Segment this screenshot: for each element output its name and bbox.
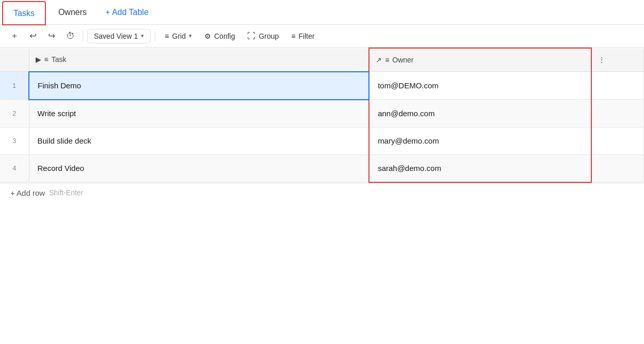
add-table-label: + Add Table bbox=[105, 8, 149, 17]
tab-owners-label: Owners bbox=[58, 8, 87, 17]
table-row[interactable]: 1Finish Demotom@DEMO.com bbox=[0, 72, 644, 100]
task-col-arrow-icon: ▶ bbox=[36, 55, 41, 64]
task-cell[interactable]: Write script bbox=[29, 100, 369, 128]
row-num-cell: 1 bbox=[0, 72, 29, 100]
task-col-list-icon: ≡ bbox=[44, 55, 49, 64]
config-icon: ⚙ bbox=[204, 32, 211, 40]
row-num-cell: 3 bbox=[0, 127, 29, 154]
redo-button[interactable]: ↪ bbox=[43, 28, 60, 44]
tab-bar: Tasks Owners + Add Table bbox=[0, 0, 644, 25]
task-cell[interactable]: Build slide deck bbox=[29, 127, 369, 154]
extra-column-header[interactable]: ⋮ bbox=[591, 48, 643, 72]
config-label: Config bbox=[214, 32, 235, 40]
undo-icon: ↩ bbox=[29, 30, 37, 41]
data-table: ▶ ≡ Task ↗ ≡ Owner ⋮ bbox=[0, 48, 644, 183]
add-row-area[interactable]: + Add row Shift-Enter bbox=[0, 183, 644, 202]
undo-button[interactable]: ↩ bbox=[25, 28, 41, 44]
table-body: 1Finish Demotom@DEMO.com2Write scriptann… bbox=[0, 72, 644, 182]
group-icon: ⛶ bbox=[247, 32, 255, 41]
filter-button[interactable]: ≡ Filter bbox=[286, 29, 319, 43]
owner-cell: ann@demo.com bbox=[369, 100, 591, 128]
task-col-label: Task bbox=[52, 55, 67, 64]
toolbar-separator-2 bbox=[155, 31, 155, 41]
owner-cell: tom@DEMO.com bbox=[369, 72, 591, 100]
row-num-cell: 4 bbox=[0, 154, 29, 182]
table-header-row: ▶ ≡ Task ↗ ≡ Owner ⋮ bbox=[0, 48, 644, 72]
redo-icon: ↪ bbox=[48, 30, 55, 41]
table-row[interactable]: 2Write scriptann@demo.com bbox=[0, 100, 644, 128]
table-row[interactable]: 3Build slide deckmary@demo.com bbox=[0, 127, 644, 154]
owner-cell: sarah@demo.com bbox=[369, 154, 591, 182]
task-cell[interactable]: Finish Demo bbox=[29, 72, 369, 100]
grid-chevron: ▾ bbox=[189, 33, 192, 39]
tab-owners[interactable]: Owners bbox=[48, 0, 97, 24]
owner-col-sort-icon: ↗ bbox=[376, 56, 382, 64]
row-num-header bbox=[0, 48, 29, 72]
grid-label: Grid bbox=[172, 32, 186, 40]
filter-icon: ≡ bbox=[291, 32, 295, 40]
saved-view-chevron: ▾ bbox=[141, 33, 144, 39]
owner-col-list-icon: ≡ bbox=[385, 56, 389, 64]
grid-icon: ≡ bbox=[165, 32, 169, 40]
filter-label: Filter bbox=[299, 32, 315, 40]
extra-cell bbox=[591, 154, 643, 182]
group-button[interactable]: ⛶ Group bbox=[242, 29, 284, 43]
extra-cell bbox=[591, 100, 643, 128]
add-row-hint: Shift-Enter bbox=[49, 189, 83, 197]
saved-view-label: Saved View 1 bbox=[94, 32, 138, 40]
history-icon: ⏱ bbox=[66, 31, 75, 41]
task-cell[interactable]: Record Video bbox=[29, 154, 369, 182]
extra-cell bbox=[591, 127, 643, 154]
add-row-label: + Add row bbox=[10, 189, 45, 197]
row-num-cell: 2 bbox=[0, 100, 29, 128]
owner-column-header[interactable]: ↗ ≡ Owner bbox=[369, 48, 591, 72]
grid-container: ▶ ≡ Task ↗ ≡ Owner ⋮ bbox=[0, 48, 644, 183]
add-table-button[interactable]: + Add Table bbox=[97, 8, 157, 17]
owner-col-label: Owner bbox=[392, 56, 413, 64]
toolbar: + ↩ ↪ ⏱ Saved View 1 ▾ ≡ Grid ▾ ⚙ Config… bbox=[0, 25, 644, 48]
saved-view-button[interactable]: Saved View 1 ▾ bbox=[87, 29, 151, 43]
tab-tasks[interactable]: Tasks bbox=[2, 1, 46, 25]
extra-col-icon: ⋮ bbox=[598, 56, 605, 64]
tab-tasks-label: Tasks bbox=[13, 9, 35, 18]
task-column-header[interactable]: ▶ ≡ Task bbox=[29, 48, 369, 72]
group-label: Group bbox=[259, 32, 279, 40]
add-icon: + bbox=[12, 31, 17, 41]
grid-button[interactable]: ≡ Grid ▾ bbox=[159, 29, 197, 43]
toolbar-separator bbox=[83, 31, 83, 41]
owner-cell: mary@demo.com bbox=[369, 127, 591, 154]
config-button[interactable]: ⚙ Config bbox=[199, 29, 240, 43]
add-button[interactable]: + bbox=[6, 28, 23, 44]
extra-cell bbox=[591, 72, 643, 100]
history-button[interactable]: ⏱ bbox=[62, 28, 78, 44]
table-row[interactable]: 4Record Videosarah@demo.com bbox=[0, 154, 644, 182]
